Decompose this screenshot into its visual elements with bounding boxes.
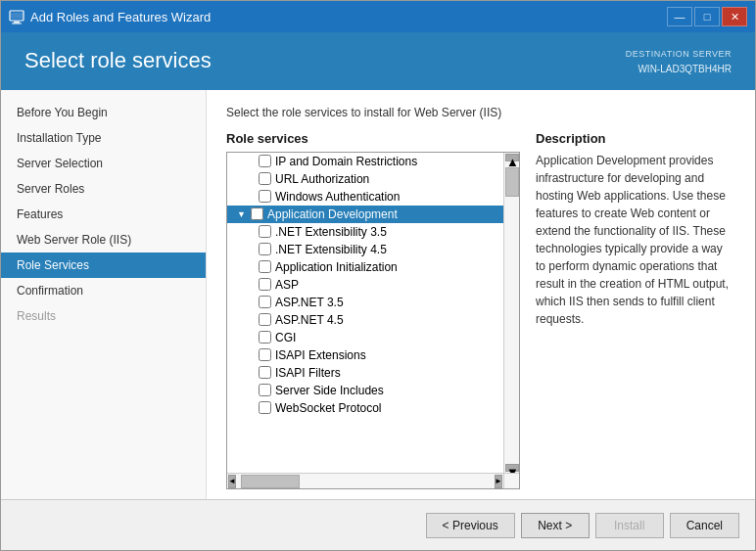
tree-item-ip-domain[interactable]: IP and Domain Restrictions [227, 153, 519, 170]
label-windows-auth: Windows Authentication [275, 190, 400, 204]
tree-item-app-init[interactable]: Application Initialization [227, 258, 519, 276]
scrollbar-vertical[interactable]: ▲ ▼ [503, 153, 519, 474]
label-asp: ASP [275, 278, 299, 292]
checkbox-app-dev[interactable] [251, 207, 263, 220]
cancel-button[interactable]: Cancel [670, 513, 739, 538]
tree-item-windows-auth[interactable]: Windows Authentication [227, 188, 519, 206]
page-header: Select role services DESTINATION SERVER … [1, 32, 755, 90]
main-description: Select the role services to install for … [226, 106, 735, 119]
checkbox-url-auth[interactable] [259, 172, 271, 185]
tree-item-aspnet-45[interactable]: ASP.NET 4.5 [227, 311, 519, 329]
role-services-header: Role services [226, 131, 520, 146]
svg-rect-3 [11, 13, 23, 19]
label-websocket: WebSocket Protocol [275, 401, 382, 415]
tree-item-cgi[interactable]: CGI [227, 329, 519, 346]
title-bar: Add Roles and Features Wizard — □ ✕ [1, 1, 755, 32]
label-app-init: Application Initialization [275, 260, 398, 274]
checkbox-asp[interactable] [259, 278, 271, 291]
checkbox-websocket[interactable] [259, 401, 271, 414]
next-button[interactable]: Next > [521, 513, 590, 538]
app-icon [9, 9, 24, 24]
tree-item-websocket[interactable]: WebSocket Protocol [227, 399, 519, 417]
window-title: Add Roles and Features Wizard [30, 10, 211, 24]
scroll-right-arrow[interactable]: ► [495, 475, 502, 488]
sidebar-item-server-selection[interactable]: Server Selection [1, 151, 206, 176]
role-services-panel: Role services IP and Domain Restrictions [226, 131, 520, 490]
label-ip-domain: IP and Domain Restrictions [275, 155, 417, 168]
checkbox-isapi-filters[interactable] [259, 366, 271, 379]
checkbox-net-ext-35[interactable] [259, 225, 271, 238]
sidebar-item-server-roles[interactable]: Server Roles [1, 176, 206, 202]
tree-item-asp[interactable]: ASP [227, 276, 519, 294]
description-text: Application Development provides infrast… [536, 152, 735, 328]
sidebar-item-web-server-role[interactable]: Web Server Role (IIS) [1, 227, 206, 253]
main-columns: Role services IP and Domain Restrictions [226, 131, 735, 490]
checkbox-aspnet-35[interactable] [259, 296, 271, 308]
tree-scroll[interactable]: IP and Domain Restrictions URL Authoriza… [227, 153, 519, 489]
label-isapi-ext: ISAPI Extensions [275, 348, 366, 362]
main-content: Select the role services to install for … [207, 90, 755, 500]
sidebar-item-features[interactable]: Features [1, 202, 206, 227]
checkbox-server-side[interactable] [259, 384, 271, 396]
tree-item-url-auth[interactable]: URL Authorization [227, 170, 519, 188]
label-isapi-filters: ISAPI Filters [275, 366, 341, 380]
minimize-button[interactable]: — [667, 7, 692, 26]
checkbox-aspnet-45[interactable] [259, 313, 271, 326]
svg-rect-1 [14, 22, 20, 23]
label-net-ext-45: .NET Extensibility 4.5 [275, 243, 387, 256]
checkbox-ip-domain[interactable] [259, 155, 271, 167]
title-bar-controls: — □ ✕ [667, 7, 747, 26]
scroll-down-arrow[interactable]: ▼ [505, 464, 519, 472]
tree-item-server-side[interactable]: Server Side Includes [227, 382, 519, 399]
server-name: WIN-LAD3QTBH4HR [626, 62, 732, 76]
tree-item-isapi-ext[interactable]: ISAPI Extensions [227, 346, 519, 364]
tree-item-aspnet-35[interactable]: ASP.NET 3.5 [227, 294, 519, 311]
scroll-up-arrow[interactable]: ▲ [505, 154, 519, 161]
sidebar-item-role-services[interactable]: Role Services [1, 253, 206, 278]
scroll-h-thumb[interactable] [241, 475, 300, 488]
tree-item-net-ext-45[interactable]: .NET Extensibility 4.5 [227, 241, 519, 258]
maximize-button[interactable]: □ [694, 7, 720, 26]
content-area: Before You Begin Installation Type Serve… [1, 90, 755, 500]
tree-item-net-ext-35[interactable]: .NET Extensibility 3.5 [227, 223, 519, 241]
page-title: Select role services [24, 48, 212, 73]
sidebar-item-confirmation[interactable]: Confirmation [1, 278, 206, 303]
label-cgi: CGI [275, 331, 296, 344]
checkbox-cgi[interactable] [259, 331, 271, 344]
scrollbar-horizontal[interactable]: ◄ ► [227, 473, 503, 488]
label-server-side: Server Side Includes [275, 384, 384, 397]
label-aspnet-35: ASP.NET 3.5 [275, 296, 344, 309]
label-app-dev: Application Development [267, 207, 398, 221]
checkbox-app-init[interactable] [259, 260, 271, 273]
scroll-left-arrow[interactable]: ◄ [228, 475, 236, 488]
checkbox-isapi-ext[interactable] [259, 348, 271, 361]
label-aspnet-45: ASP.NET 4.5 [275, 313, 344, 327]
main-window: Add Roles and Features Wizard — □ ✕ Sele… [0, 0, 756, 551]
tree-item-isapi-filters[interactable]: ISAPI Filters [227, 364, 519, 382]
sidebar-item-before-you-begin[interactable]: Before You Begin [1, 100, 206, 125]
description-header: Description [536, 131, 735, 146]
previous-button[interactable]: < Previous [426, 513, 515, 538]
label-url-auth: URL Authorization [275, 172, 369, 186]
expand-icon-app-dev: ▼ [237, 209, 249, 219]
tree-item-app-dev[interactable]: ▼ Application Development [227, 206, 519, 223]
server-label: DESTINATION SERVER [626, 48, 732, 62]
svg-rect-2 [12, 23, 22, 24]
close-button[interactable]: ✕ [722, 7, 747, 26]
tree-container: IP and Domain Restrictions URL Authoriza… [226, 152, 520, 490]
description-panel: Description Application Development prov… [536, 131, 735, 490]
server-info: DESTINATION SERVER WIN-LAD3QTBH4HR [626, 48, 732, 76]
sidebar-item-results: Results [1, 303, 206, 329]
checkbox-windows-auth[interactable] [259, 190, 271, 203]
sidebar: Before You Begin Installation Type Serve… [1, 90, 207, 500]
title-bar-left: Add Roles and Features Wizard [9, 9, 211, 24]
checkbox-net-ext-45[interactable] [259, 243, 271, 255]
scrollbar-corner [503, 473, 519, 488]
sidebar-item-installation-type[interactable]: Installation Type [1, 125, 206, 151]
scroll-thumb[interactable] [505, 167, 519, 197]
install-button[interactable]: Install [595, 513, 664, 538]
footer: < Previous Next > Install Cancel [1, 499, 755, 550]
label-net-ext-35: .NET Extensibility 3.5 [275, 225, 387, 239]
